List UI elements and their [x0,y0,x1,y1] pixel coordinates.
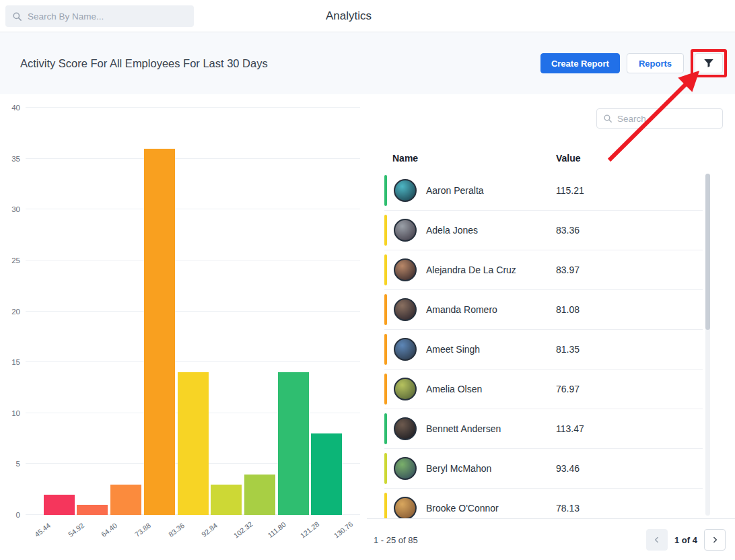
employee-name: Aaron Peralta [426,185,484,196]
chart-bar[interactable] [110,485,141,515]
table-scrollbar-thumb[interactable] [705,174,710,330]
employee-value: 93.46 [556,463,580,474]
chart-bar[interactable] [44,495,75,515]
avatar [394,497,417,518]
employee-name: Brooke O'Connor [426,503,499,514]
chart-bar[interactable] [144,149,175,516]
row-accent-bar [384,374,387,405]
avatar [394,457,417,480]
chart-gridline [26,158,360,159]
employee-name: Bennett Andersen [426,423,501,434]
table-panel: Name Value Aaron Peralta115.21Adela Jone… [367,94,735,560]
annotation-highlight-box [691,49,727,77]
y-tick-label: 15 [0,357,20,367]
row-accent-bar [384,453,387,484]
row-accent-bar [384,493,387,518]
avatar [394,378,417,400]
table-search-input[interactable] [617,114,716,124]
employee-name: Amanda Romero [426,304,497,315]
previous-page-button[interactable] [646,529,668,551]
chart-bar[interactable] [311,433,342,515]
employee-value: 83.97 [556,265,580,275]
x-tick-label: 45.44 [27,516,57,542]
row-accent-bar [384,215,387,246]
filter-button[interactable] [695,53,723,73]
row-accent-bar [384,254,387,285]
chart-bar[interactable] [77,505,108,515]
table-row[interactable]: Bennett Andersen113.47 [384,409,703,449]
employee-value: 78.13 [556,503,580,514]
table-search[interactable] [596,108,723,129]
chart-bar[interactable] [211,485,242,515]
avatar [394,258,417,281]
employee-value: 76.97 [556,384,580,394]
x-tick-label: 83.36 [161,516,191,542]
chart-bar[interactable] [278,372,309,515]
employee-value: 83.36 [556,225,580,236]
chart-x-labels: 45.4454.9264.4073.8883.3692.84102.32111.… [26,520,360,547]
y-tick-label: 30 [0,205,20,214]
chart-gridline [26,260,360,260]
table-scrollbar-track[interactable] [705,174,710,516]
x-tick-label: 111.80 [261,516,291,542]
search-icon [603,114,612,123]
next-page-button[interactable] [704,529,726,551]
header-actions: Create Report Reports [540,32,727,94]
chart-y-labels: 0510152025303540 [0,108,20,515]
x-tick-label: 54.92 [61,516,91,542]
employee-name: Alejandra De La Cruz [426,265,516,275]
chart-panel: 0510152025303540 45.4454.9264.4073.8883.… [0,94,367,560]
avatar [394,219,417,242]
pager: 1 of 4 [646,519,726,560]
y-tick-label: 10 [0,409,20,418]
global-search-input[interactable] [28,11,187,22]
y-tick-label: 35 [0,154,20,164]
table-row[interactable]: Brooke O'Connor78.13 [384,489,703,518]
create-report-button[interactable]: Create Report [540,53,620,73]
employee-value: 81.35 [556,344,580,355]
chart-plot [26,108,360,515]
main-content: 0510152025303540 45.4454.9264.4073.8883.… [0,94,735,560]
row-accent-bar [384,294,387,325]
page-indicator: 1 of 4 [674,535,697,545]
table-row[interactable]: Ameet Singh81.35 [384,330,703,370]
page-title: Analytics [326,0,372,32]
table-row[interactable]: Amanda Romero81.08 [384,290,703,330]
chart-bar[interactable] [178,372,209,515]
column-header-name: Name [392,153,418,164]
y-tick-label: 25 [0,256,20,265]
column-header-value: Value [556,153,581,164]
chart-gridline [26,361,360,362]
avatar [394,338,417,361]
table-row[interactable]: Amelia Olsen76.97 [384,370,703,409]
employee-name: Amelia Olsen [426,384,482,394]
chart-bar[interactable] [244,475,275,516]
employee-name: Beryl McMahon [426,463,491,474]
table-row[interactable]: Beryl McMahon93.46 [384,449,703,489]
y-tick-label: 5 [0,459,20,468]
table-rows: Aaron Peralta115.21Adela Jones83.36Aleja… [384,171,703,518]
x-tick-label: 64.40 [94,516,125,542]
row-accent-bar [384,175,387,206]
global-search[interactable] [5,5,194,27]
reports-button[interactable]: Reports [627,53,684,73]
x-tick-label: 102.32 [228,516,258,542]
search-icon [12,11,22,22]
table-header: Name Value [384,153,703,166]
employee-value: 113.47 [556,423,584,434]
table-row[interactable]: Aaron Peralta115.21 [384,171,703,211]
employee-value: 115.21 [556,185,584,196]
employee-name: Ameet Singh [426,344,480,355]
avatar [394,417,417,440]
chart-gridline [26,209,360,209]
table-row[interactable]: Adela Jones83.36 [384,211,703,250]
row-accent-bar [384,413,387,444]
topbar: Analytics [0,0,735,32]
employee-name: Adela Jones [426,225,478,236]
row-accent-bar [384,334,387,365]
y-tick-label: 0 [0,510,20,520]
table-row[interactable]: Alejandra De La Cruz83.97 [384,250,703,290]
chart-gridline [26,107,360,108]
avatar [394,179,417,202]
report-title: Activity Score For All Employees For Las… [20,32,268,94]
